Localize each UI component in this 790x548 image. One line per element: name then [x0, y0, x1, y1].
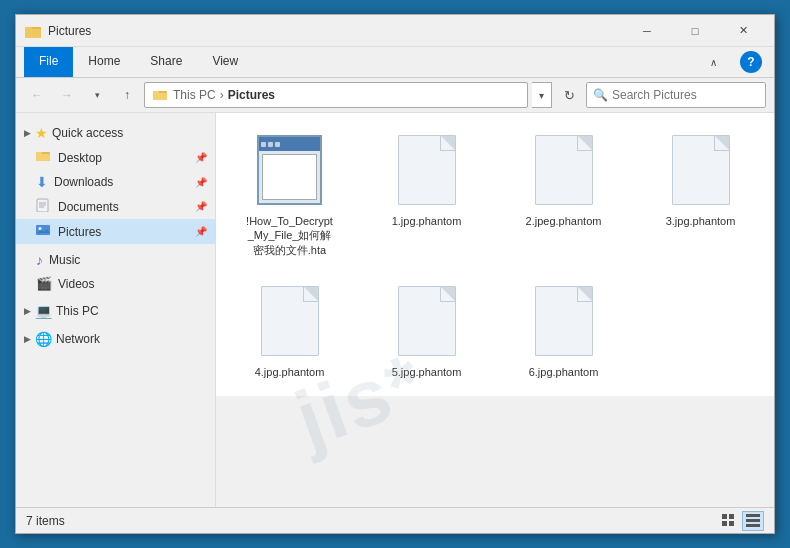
search-icon: 🔍	[593, 88, 608, 102]
tab-home[interactable]: Home	[73, 47, 135, 77]
pin-icon-4: 📌	[195, 226, 207, 237]
doc-icon-2	[529, 130, 599, 210]
svg-rect-21	[746, 524, 760, 527]
svg-rect-5	[153, 93, 167, 100]
file-label-3: 3.jpg.phantom	[666, 214, 736, 228]
svg-rect-15	[722, 514, 727, 519]
sidebar-item-videos[interactable]: 🎬 Videos	[16, 272, 215, 295]
refresh-button[interactable]: ↻	[556, 82, 582, 108]
network-header[interactable]: ▶ 🌐 Network	[16, 327, 215, 351]
hta-icon	[255, 130, 325, 210]
svg-point-14	[39, 227, 42, 230]
folder-icon	[36, 149, 52, 166]
doc-icon-4	[255, 281, 325, 361]
dropdown-button[interactable]: ▾	[84, 82, 110, 108]
svg-rect-13	[36, 225, 50, 235]
window-controls: ─ □ ✕	[624, 16, 766, 46]
documents-label: Documents	[58, 200, 119, 214]
quick-access-group: ▶ ★ Quick access Desktop 📌	[16, 121, 215, 244]
file-item-hta[interactable]: !How_To_Decrypt_My_File_如何解密我的文件.hta	[226, 123, 353, 264]
file-item-6[interactable]: 6.jpg.phantom	[500, 274, 627, 386]
other-folders-group: ♪ Music 🎬 Videos	[16, 248, 215, 295]
status-bar: 7 items	[16, 507, 774, 533]
expand-icon-3: ▶	[24, 334, 31, 344]
grid-view-button[interactable]	[718, 511, 740, 531]
view-controls	[718, 511, 764, 531]
quick-access-label: Quick access	[52, 126, 123, 140]
svg-rect-17	[722, 521, 727, 526]
doc-icon-5	[392, 281, 462, 361]
minimize-button[interactable]: ─	[624, 16, 670, 46]
back-button[interactable]: ←	[24, 82, 50, 108]
address-bar: ← → ▾ ↑ This PC › Pictures ▾ ↻ 🔍	[16, 78, 774, 113]
search-input[interactable]	[612, 88, 759, 102]
address-dropdown-button[interactable]: ▾	[532, 82, 552, 108]
help-button[interactable]: ?	[740, 51, 762, 73]
file-item-4[interactable]: 4.jpg.phantom	[226, 274, 353, 386]
up-button[interactable]: ↑	[114, 82, 140, 108]
explorer-window: Pictures ─ □ ✕ File Home Share View ∧ ? …	[15, 14, 775, 534]
star-icon: ★	[35, 125, 48, 141]
list-view-button[interactable]	[742, 511, 764, 531]
tab-share[interactable]: Share	[135, 47, 197, 77]
pin-icon-2: 📌	[195, 177, 207, 188]
this-pc-label: This PC	[56, 304, 99, 318]
file-item-5[interactable]: 5.jpg.phantom	[363, 274, 490, 386]
doc-icon-3	[666, 130, 736, 210]
close-button[interactable]: ✕	[720, 16, 766, 46]
sidebar-item-downloads[interactable]: ⬇ Downloads 📌	[16, 170, 215, 194]
music-label: Music	[49, 253, 80, 267]
title-bar: Pictures ─ □ ✕	[16, 15, 774, 47]
ribbon-tabs: File Home Share View ∧ ?	[16, 47, 774, 77]
window-title: Pictures	[48, 24, 624, 38]
main-content: ▶ ★ Quick access Desktop 📌	[16, 113, 774, 507]
file-label-1: 1.jpg.phantom	[392, 214, 462, 228]
file-label-6: 6.jpg.phantom	[529, 365, 599, 379]
tab-file[interactable]: File	[24, 47, 73, 77]
item-count: 7 items	[26, 514, 65, 528]
tab-view[interactable]: View	[197, 47, 253, 77]
this-pc-header[interactable]: ▶ 💻 This PC	[16, 299, 215, 323]
forward-button[interactable]: →	[54, 82, 80, 108]
file-item-3[interactable]: 3.jpg.phantom	[637, 123, 764, 264]
file-item-1[interactable]: 1.jpg.phantom	[363, 123, 490, 264]
svg-rect-16	[729, 514, 734, 519]
path-pictures[interactable]: Pictures	[228, 88, 275, 102]
videos-label: Videos	[58, 277, 94, 291]
doc-icon-1	[392, 130, 462, 210]
file-area: !How_To_Decrypt_My_File_如何解密我的文件.hta 1.j…	[216, 113, 774, 396]
path-thispc[interactable]: This PC	[173, 88, 216, 102]
svg-rect-18	[729, 521, 734, 526]
file-label-5: 5.jpg.phantom	[392, 365, 462, 379]
svg-rect-19	[746, 514, 760, 517]
video-icon: 🎬	[36, 276, 52, 291]
file-item-2[interactable]: 2.jpeg.phantom	[500, 123, 627, 264]
pin-icon: 📌	[195, 152, 207, 163]
file-label-2: 2.jpeg.phantom	[526, 214, 602, 228]
sidebar: ▶ ★ Quick access Desktop 📌	[16, 113, 216, 507]
sidebar-item-pictures[interactable]: Pictures 📌	[16, 219, 215, 244]
maximize-button[interactable]: □	[672, 16, 718, 46]
sidebar-item-music[interactable]: ♪ Music	[16, 248, 215, 272]
ribbon-collapse-button[interactable]: ∧	[690, 47, 736, 77]
quick-access-header[interactable]: ▶ ★ Quick access	[16, 121, 215, 145]
network-label: Network	[56, 332, 100, 346]
sidebar-item-desktop[interactable]: Desktop 📌	[16, 145, 215, 170]
file-label-4: 4.jpg.phantom	[255, 365, 325, 379]
file-area-wrapper: !How_To_Decrypt_My_File_如何解密我的文件.hta 1.j…	[216, 113, 774, 507]
svg-rect-20	[746, 519, 760, 522]
this-pc-group: ▶ 💻 This PC	[16, 299, 215, 323]
downloads-label: Downloads	[54, 175, 113, 189]
sidebar-item-documents[interactable]: Documents 📌	[16, 194, 215, 219]
network-icon: 🌐	[35, 331, 52, 347]
download-icon: ⬇	[36, 174, 48, 190]
documents-icon	[36, 198, 52, 215]
music-icon: ♪	[36, 252, 43, 268]
svg-rect-8	[36, 154, 50, 161]
network-group: ▶ 🌐 Network	[16, 327, 215, 351]
pictures-icon	[36, 223, 52, 240]
search-box[interactable]: 🔍	[586, 82, 766, 108]
doc-icon-6	[529, 281, 599, 361]
pictures-label: Pictures	[58, 225, 101, 239]
address-path[interactable]: This PC › Pictures	[144, 82, 528, 108]
